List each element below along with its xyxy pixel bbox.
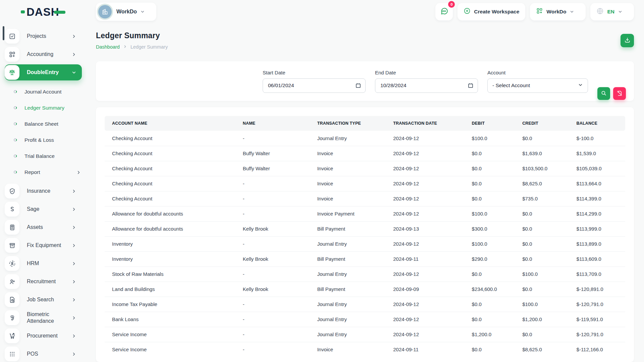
sidebar-subitem-report[interactable]: Report [5,164,87,180]
workdo-menu-button[interactable]: WorkDo [530,3,586,20]
table-cell: 2024-09-12 [388,297,466,312]
table-cell: $100.0 [517,297,571,312]
chevron-right-icon [71,207,76,212]
table-cell: Invoice [312,191,388,206]
table-row: Checking Account-Journal Entry2024-09-12… [105,131,625,146]
sidebar-item-accounting[interactable]: Accounting [5,46,82,62]
table-cell: 2024-09-09 [388,282,466,297]
sidebar-subitem-ledger-summary[interactable]: Ledger Summary [5,100,87,116]
sidebar-item-label: Assets [27,224,71,231]
sidebar-subitem-journal-account[interactable]: Journal Account [5,84,87,100]
table-cell: $0.0 [467,161,517,176]
sidebar-subitem-label: Profit & Loss [24,137,54,143]
sidebar-subitem-profit-loss[interactable]: Profit & Loss [5,132,87,148]
main-area: WorkDo 0 Create Workspace [87,0,644,362]
table-cell: $0.0 [467,176,517,191]
table-cell: $105,039.0 [571,161,625,176]
table-cell: 2024-09-12 [388,206,466,221]
workspace-selector[interactable]: WorkDo [96,3,156,21]
ledger-table: ACCOUNT NAMENAMETRANSACTION TYPETRANSACT… [105,116,625,357]
sidebar-item-biometric-attendance[interactable]: Biometric Attendance [5,310,82,326]
table-cell: $300.0 [467,221,517,236]
table-cell: $114,299.0 [571,206,625,221]
chevron-right-icon [71,52,76,57]
create-workspace-label: Create Workspace [474,9,519,15]
table-cell: Checking Account [105,176,237,191]
hrm-icon [5,256,19,271]
sidebar-item-assets[interactable]: Assets [5,219,82,235]
table-cell: $-100.0 [571,131,625,146]
table-cell: 2024-09-12 [388,266,466,282]
fix-equipment-icon [5,238,19,253]
table-cell: $0.0 [467,191,517,206]
sidebar-item-fix-equipment[interactable]: Fix Equipment [5,237,82,253]
sidebar-scrollbar-thumb[interactable] [3,26,4,40]
table-cell: $0.0 [467,342,517,357]
bullet-icon [13,153,17,159]
table-cell: Invoice [312,342,388,357]
table-cell: $-112,166.0 [571,342,625,357]
download-button[interactable] [621,34,634,47]
column-header-balance: BALANCE [571,116,625,131]
table-cell: $100.0 [467,131,517,146]
sidebar-item-hrm[interactable]: HRM [5,255,82,272]
logo-dash-icon [54,11,65,14]
chevron-right-icon [71,261,76,266]
sidebar-item-sage[interactable]: Sage [5,201,82,217]
table-cell: Bill Payment [312,282,388,297]
sidebar-item-projects[interactable]: Projects [5,28,82,44]
table-cell: Allowance for doubtful accounts [105,221,237,236]
sidebar-item-insurance[interactable]: Insurance [5,183,82,199]
column-header-transaction-date: TRANSACTION DATE [388,116,466,131]
sidebar-subitem-balance-sheet[interactable]: Balance Sheet [5,116,87,132]
table-row: Checking AccountBuffy WalterInvoice2024-… [105,146,625,161]
messages-button[interactable]: 0 [435,3,453,20]
sidebar-item-label: Accounting [27,51,71,58]
sidebar-item-doubleentry[interactable]: DoubleEntry [5,64,82,80]
bullet-icon [13,169,17,175]
reset-filter-button[interactable] [613,87,626,100]
sidebar-item-recruitment[interactable]: Recruitment [5,274,82,290]
sidebar-item-procurement[interactable]: Procurement [5,328,82,344]
start-date-input[interactable] [263,78,366,93]
table-cell: $103,500.0 [517,161,571,176]
table-row: Allowance for doubtful accountsKelly Bro… [105,221,625,236]
logo: DASH [0,0,87,23]
chevron-right-icon [71,34,76,39]
table-cell: $113,899.0 [571,236,625,251]
table-row: Land and BuildingsKelly BrookBill Paymen… [105,282,625,297]
table-cell: $100.0 [467,206,517,221]
sidebar-item-label: DoubleEntry [27,69,71,76]
table-cell: $234,600.0 [467,282,517,297]
sidebar-item-pos[interactable]: POS [5,346,82,362]
table-cell: Journal Entry [312,236,388,251]
sidebar-item-label: Fix Equipment [27,242,71,249]
doubleentry-icon [5,65,19,80]
account-group: Account - Select Account [487,70,588,93]
table-cell: Income Tax Payable [105,297,237,312]
search-button[interactable] [597,87,610,100]
app-root: DASH ProjectsAccountingDoubleEntryJourna… [0,0,644,362]
breadcrumb-dashboard-link[interactable]: Dashboard [96,44,120,50]
sidebar-item-job-search[interactable]: Job Search [5,292,82,308]
account-select[interactable]: - Select Account [487,78,588,93]
table-cell: $114,399.0 [571,191,625,206]
table-cell: $113,709.0 [571,266,625,282]
workspace-avatar [98,5,112,18]
create-workspace-button[interactable]: Create Workspace [458,3,525,20]
sidebar-subitem-trial-balance[interactable]: Trial Balance [5,148,87,164]
table-cell: - [237,176,312,191]
end-date-input[interactable] [375,78,478,93]
table-cell: $0.0 [517,251,571,266]
table-cell: Kelly Brook [237,251,312,266]
table-cell: $-120,791.0 [571,297,625,312]
workdo-menu-label: WorkDo [546,9,566,15]
sidebar-item-label: Biometric Attendance [27,311,71,324]
table-cell: - [237,327,312,342]
chevron-right-icon [71,189,76,194]
recruitment-icon [5,274,19,289]
language-selector[interactable]: EN [590,3,634,20]
table-cell: $0.0 [517,221,571,236]
table-cell: Service Income [105,342,237,357]
column-header-debit: DEBIT [467,116,517,131]
